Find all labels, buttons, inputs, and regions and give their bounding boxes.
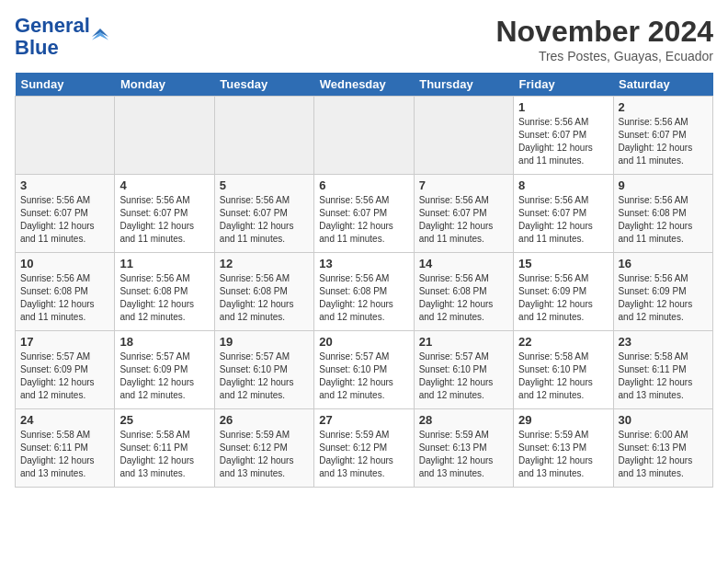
calendar-cell: 3Sunrise: 5:56 AM Sunset: 6:07 PM Daylig… <box>16 175 115 253</box>
day-info: Sunrise: 5:56 AM Sunset: 6:07 PM Dayligh… <box>319 194 408 246</box>
day-info: Sunrise: 5:56 AM Sunset: 6:08 PM Dayligh… <box>119 272 209 324</box>
day-number: 21 <box>419 335 508 349</box>
calendar-table: SundayMondayTuesdayWednesdayThursdayFrid… <box>15 73 713 488</box>
day-number: 8 <box>518 178 608 192</box>
day-number: 11 <box>119 257 209 270</box>
day-number: 14 <box>419 257 508 270</box>
day-number: 16 <box>619 257 708 270</box>
day-number: 4 <box>119 178 209 192</box>
day-info: Sunrise: 5:56 AM Sunset: 6:08 PM Dayligh… <box>20 272 109 324</box>
calendar-cell: 4Sunrise: 5:56 AM Sunset: 6:07 PM Daylig… <box>115 175 214 253</box>
day-info: Sunrise: 5:56 AM Sunset: 6:08 PM Dayligh… <box>220 272 309 324</box>
calendar-cell: 6Sunrise: 5:56 AM Sunset: 6:07 PM Daylig… <box>314 175 414 253</box>
day-info: Sunrise: 5:58 AM Sunset: 6:10 PM Dayligh… <box>518 350 608 402</box>
calendar-cell: 17Sunrise: 5:57 AM Sunset: 6:09 PM Dayli… <box>16 331 115 409</box>
day-header: Monday <box>115 73 214 97</box>
subtitle: Tres Postes, Guayas, Ecuador <box>495 49 713 63</box>
calendar-week-row: 3Sunrise: 5:56 AM Sunset: 6:07 PM Daylig… <box>16 175 713 253</box>
calendar-cell: 23Sunrise: 5:58 AM Sunset: 6:11 PM Dayli… <box>613 331 712 409</box>
day-info: Sunrise: 5:56 AM Sunset: 6:07 PM Dayligh… <box>220 194 309 246</box>
day-number: 23 <box>619 335 708 349</box>
day-header: Friday <box>514 73 613 97</box>
calendar-cell: 10Sunrise: 5:56 AM Sunset: 6:08 PM Dayli… <box>16 253 115 331</box>
calendar-cell <box>16 97 115 175</box>
day-number: 26 <box>220 413 309 427</box>
day-info: Sunrise: 5:56 AM Sunset: 6:07 PM Dayligh… <box>619 116 708 167</box>
calendar-cell <box>115 97 214 175</box>
calendar-cell: 13Sunrise: 5:56 AM Sunset: 6:08 PM Dayli… <box>314 253 414 331</box>
day-number: 25 <box>119 413 209 427</box>
day-info: Sunrise: 5:56 AM Sunset: 6:07 PM Dayligh… <box>20 194 109 246</box>
day-number: 24 <box>20 413 109 427</box>
calendar-cell: 1Sunrise: 5:56 AM Sunset: 6:07 PM Daylig… <box>514 97 613 175</box>
calendar-cell: 29Sunrise: 5:59 AM Sunset: 6:13 PM Dayli… <box>514 409 613 488</box>
calendar-week-row: 17Sunrise: 5:57 AM Sunset: 6:09 PM Dayli… <box>16 331 713 409</box>
day-number: 20 <box>319 335 408 349</box>
day-info: Sunrise: 5:56 AM Sunset: 6:09 PM Dayligh… <box>619 272 708 324</box>
calendar-week-row: 24Sunrise: 5:58 AM Sunset: 6:11 PM Dayli… <box>16 409 713 488</box>
day-info: Sunrise: 6:00 AM Sunset: 6:13 PM Dayligh… <box>619 429 708 480</box>
day-number: 2 <box>619 100 708 114</box>
calendar-cell: 14Sunrise: 5:56 AM Sunset: 6:08 PM Dayli… <box>414 253 513 331</box>
day-number: 17 <box>20 335 109 349</box>
day-info: Sunrise: 5:56 AM Sunset: 6:09 PM Dayligh… <box>518 272 608 324</box>
day-header: Wednesday <box>314 73 414 97</box>
calendar-cell: 15Sunrise: 5:56 AM Sunset: 6:09 PM Dayli… <box>514 253 613 331</box>
day-header: Sunday <box>16 73 115 97</box>
svg-marker-1 <box>92 32 108 40</box>
calendar-cell <box>414 97 513 175</box>
title-area: November 2024 Tres Postes, Guayas, Ecuad… <box>495 15 713 63</box>
day-info: Sunrise: 5:56 AM Sunset: 6:07 PM Dayligh… <box>518 116 608 167</box>
month-title: November 2024 <box>495 15 713 49</box>
calendar-cell: 19Sunrise: 5:57 AM Sunset: 6:10 PM Dayli… <box>214 331 313 409</box>
day-header: Thursday <box>414 73 513 97</box>
day-number: 28 <box>419 413 508 427</box>
calendar-cell: 2Sunrise: 5:56 AM Sunset: 6:07 PM Daylig… <box>613 97 712 175</box>
calendar-body: 1Sunrise: 5:56 AM Sunset: 6:07 PM Daylig… <box>16 97 713 488</box>
calendar-cell <box>314 97 414 175</box>
calendar-cell: 25Sunrise: 5:58 AM Sunset: 6:11 PM Dayli… <box>115 409 214 488</box>
day-number: 18 <box>119 335 209 349</box>
calendar-cell: 18Sunrise: 5:57 AM Sunset: 6:09 PM Dayli… <box>115 331 214 409</box>
calendar-cell: 8Sunrise: 5:56 AM Sunset: 6:07 PM Daylig… <box>514 175 613 253</box>
calendar-cell: 5Sunrise: 5:56 AM Sunset: 6:07 PM Daylig… <box>214 175 313 253</box>
calendar-header-row: SundayMondayTuesdayWednesdayThursdayFrid… <box>16 73 713 97</box>
day-info: Sunrise: 5:59 AM Sunset: 6:12 PM Dayligh… <box>220 429 309 480</box>
calendar-cell: 27Sunrise: 5:59 AM Sunset: 6:12 PM Dayli… <box>314 409 414 488</box>
day-number: 30 <box>619 413 708 427</box>
calendar-week-row: 1Sunrise: 5:56 AM Sunset: 6:07 PM Daylig… <box>16 97 713 175</box>
calendar-cell <box>214 97 313 175</box>
day-header: Tuesday <box>214 73 313 97</box>
day-info: Sunrise: 5:57 AM Sunset: 6:10 PM Dayligh… <box>419 350 508 402</box>
day-number: 19 <box>220 335 309 349</box>
day-info: Sunrise: 5:59 AM Sunset: 6:13 PM Dayligh… <box>518 429 608 480</box>
day-number: 3 <box>20 178 109 192</box>
calendar-cell: 11Sunrise: 5:56 AM Sunset: 6:08 PM Dayli… <box>115 253 214 331</box>
day-info: Sunrise: 5:56 AM Sunset: 6:07 PM Dayligh… <box>518 194 608 246</box>
day-info: Sunrise: 5:59 AM Sunset: 6:12 PM Dayligh… <box>319 429 408 480</box>
header: General Blue November 2024 Tres Postes, … <box>15 15 713 63</box>
day-info: Sunrise: 5:57 AM Sunset: 6:09 PM Dayligh… <box>20 350 109 402</box>
calendar-cell: 12Sunrise: 5:56 AM Sunset: 6:08 PM Dayli… <box>214 253 313 331</box>
calendar-cell: 22Sunrise: 5:58 AM Sunset: 6:10 PM Dayli… <box>514 331 613 409</box>
day-info: Sunrise: 5:58 AM Sunset: 6:11 PM Dayligh… <box>619 350 708 402</box>
day-number: 10 <box>20 257 109 270</box>
calendar-week-row: 10Sunrise: 5:56 AM Sunset: 6:08 PM Dayli… <box>16 253 713 331</box>
day-number: 5 <box>220 178 309 192</box>
day-number: 27 <box>319 413 408 427</box>
day-number: 9 <box>619 178 708 192</box>
day-number: 7 <box>419 178 508 192</box>
calendar-cell: 26Sunrise: 5:59 AM Sunset: 6:12 PM Dayli… <box>214 409 313 488</box>
calendar-cell: 24Sunrise: 5:58 AM Sunset: 6:11 PM Dayli… <box>16 409 115 488</box>
day-number: 1 <box>518 100 608 114</box>
calendar-cell: 21Sunrise: 5:57 AM Sunset: 6:10 PM Dayli… <box>414 331 513 409</box>
day-info: Sunrise: 5:58 AM Sunset: 6:11 PM Dayligh… <box>20 429 109 480</box>
day-info: Sunrise: 5:59 AM Sunset: 6:13 PM Dayligh… <box>419 429 508 480</box>
calendar-cell: 9Sunrise: 5:56 AM Sunset: 6:08 PM Daylig… <box>613 175 712 253</box>
calendar-cell: 7Sunrise: 5:56 AM Sunset: 6:07 PM Daylig… <box>414 175 513 253</box>
day-info: Sunrise: 5:57 AM Sunset: 6:09 PM Dayligh… <box>119 350 209 402</box>
calendar-cell: 20Sunrise: 5:57 AM Sunset: 6:10 PM Dayli… <box>314 331 414 409</box>
logo-text: General Blue <box>15 15 90 59</box>
day-info: Sunrise: 5:56 AM Sunset: 6:07 PM Dayligh… <box>419 194 508 246</box>
day-number: 15 <box>518 257 608 270</box>
